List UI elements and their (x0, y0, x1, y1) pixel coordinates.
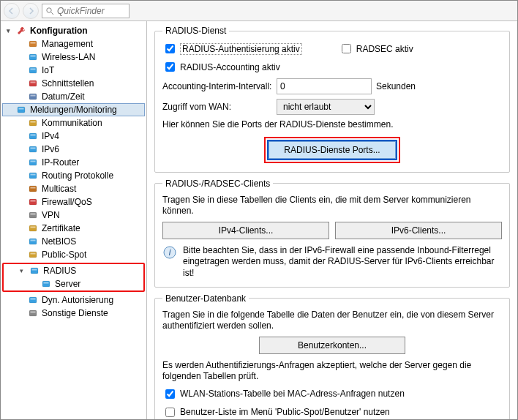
svg-rect-15 (31, 121, 36, 123)
tree-item[interactable]: Multicast (2, 182, 145, 195)
tree-icon (27, 294, 39, 306)
svg-rect-25 (31, 187, 36, 189)
tree-item[interactable]: Zertifikate (2, 222, 145, 235)
tree-label: Routing Protokolle (42, 170, 113, 181)
ipv6-clients-button[interactable]: IPv6-Clients... (335, 222, 502, 239)
svg-rect-10 (29, 94, 37, 100)
radius-auth-label: RADIUS-Authentisierung aktiv (180, 43, 302, 55)
tree-icon (27, 91, 39, 102)
tree-item[interactable]: Dyn. Autorisierung (2, 293, 145, 307)
tree-icon (27, 183, 39, 195)
tree-item[interactable]: Management (2, 37, 145, 50)
svg-rect-6 (29, 67, 37, 73)
clients-text: Tragen Sie in diese Tabellen die Clients… (162, 195, 502, 217)
tree-label: VPN (42, 210, 60, 220)
wlan-table-checkbox[interactable]: WLAN-Stations-Tabelle bei MAC-Adress-Anf… (162, 387, 405, 401)
tree-label: Server (55, 279, 80, 289)
svg-rect-13 (19, 108, 24, 110)
user-accounts-button[interactable]: Benutzerkonten... (259, 337, 405, 354)
svg-rect-34 (29, 252, 37, 258)
tree-icon (27, 78, 39, 89)
tree-label: Kommunikation (42, 118, 102, 128)
svg-point-0 (47, 7, 51, 12)
chevron-down-icon: ▾ (4, 27, 12, 34)
radsec-checkbox[interactable]: RADSEC aktiv (339, 42, 413, 56)
svg-rect-41 (31, 299, 36, 300)
tree-label: IoT (42, 65, 54, 75)
svg-rect-40 (29, 297, 37, 303)
userdb-text1: Tragen Sie in die folgende Tabelle die D… (162, 310, 502, 332)
tree-icon (27, 196, 39, 208)
svg-rect-4 (29, 54, 37, 60)
radius-acc-label: RADIUS-Accounting aktiv (180, 62, 280, 72)
radius-auth-checkbox[interactable]: RADIUS-Authentisierung aktiv (162, 42, 302, 56)
svg-rect-36 (31, 268, 38, 274)
tree-item[interactable]: Datum/Zeit (2, 90, 145, 103)
pub-cb-input[interactable] (165, 408, 175, 417)
tree-icon (27, 249, 39, 260)
tree-item[interactable]: Sonstige Dienste (2, 307, 145, 320)
svg-rect-12 (18, 107, 25, 113)
quickfinder-input[interactable] (56, 5, 121, 17)
svg-rect-17 (31, 135, 36, 136)
tree-label: Datum/Zeit (42, 91, 85, 102)
tree-item[interactable]: Wireless-LAN (2, 50, 145, 64)
wlan-cb-input[interactable] (165, 389, 175, 399)
tree-item[interactable]: Meldungen/Monitoring (2, 103, 145, 116)
svg-rect-32 (29, 239, 37, 244)
svg-rect-14 (29, 120, 37, 126)
svg-rect-39 (44, 282, 49, 284)
tree-icon (27, 222, 39, 234)
tree-item[interactable]: IPv6 (2, 143, 145, 156)
tree-label: Meldungen/Monitoring (30, 105, 117, 115)
tree-item[interactable]: Kommunikation (2, 116, 145, 130)
tree-item[interactable]: VPN (2, 209, 145, 222)
tree-item[interactable]: Schnittstellen (2, 77, 145, 90)
svg-rect-35 (31, 253, 36, 255)
tree-item-server[interactable]: Server (4, 277, 143, 290)
tree-label: Multicast (42, 184, 76, 194)
svg-rect-31 (31, 227, 36, 228)
tree-item[interactable]: Routing Protokolle (2, 169, 145, 182)
tree-item[interactable]: Firewall/QoS (2, 195, 145, 209)
tree-item-radius[interactable]: ▾RADIUS (4, 264, 143, 277)
tree-icon (27, 64, 39, 76)
radius-ports-button[interactable]: RADIUS-Dienste Ports... (269, 141, 395, 159)
tree-label: NetBIOS (42, 236, 76, 247)
tree-item[interactable]: IPv4 (2, 130, 145, 143)
radius-acc-cb-input[interactable] (165, 62, 175, 72)
svg-rect-5 (31, 56, 36, 57)
svg-rect-22 (29, 173, 37, 179)
tree-item[interactable]: NetBIOS (2, 235, 145, 248)
svg-rect-37 (32, 269, 37, 271)
tree-item[interactable]: IoT (2, 64, 145, 77)
svg-rect-19 (31, 148, 36, 149)
tree-item[interactable]: Public-Spot (2, 248, 145, 261)
tree-root-label: Konfiguration (30, 26, 88, 36)
tree-icon (27, 117, 39, 129)
nav-forward-button[interactable] (23, 3, 39, 19)
config-tree[interactable]: ▾ Konfiguration ManagementWireless-LANIo… (1, 21, 147, 419)
radius-service-legend: RADIUS-Dienst (162, 26, 229, 36)
nav-back-button[interactable] (4, 3, 20, 19)
svg-rect-28 (29, 212, 37, 218)
tree-icon (27, 157, 39, 168)
tree-label: Schnittstellen (42, 78, 94, 89)
interval-input[interactable] (277, 78, 372, 94)
tree-icon (27, 130, 39, 142)
ipv4-clients-button[interactable]: IPv4-Clients... (162, 222, 329, 239)
quickfinder-search[interactable] (42, 4, 130, 18)
wan-access-select[interactable]: nicht erlaubt (277, 99, 375, 115)
radsec-cb-input[interactable] (342, 44, 351, 53)
tree-icon (27, 51, 39, 63)
svg-rect-18 (29, 146, 37, 152)
svg-text:i: i (169, 247, 171, 258)
radius-auth-cb-input[interactable] (165, 44, 175, 53)
publicspot-list-checkbox[interactable]: Benutzer-Liste im Menü 'Public-Spot/Benu… (162, 405, 390, 419)
svg-rect-42 (29, 310, 37, 316)
tree-item[interactable]: IP-Router (2, 156, 145, 169)
radius-accounting-checkbox[interactable]: RADIUS-Accounting aktiv (162, 60, 280, 74)
svg-rect-23 (31, 174, 36, 176)
tree-root[interactable]: ▾ Konfiguration (2, 24, 145, 37)
tree-icon (29, 265, 40, 277)
